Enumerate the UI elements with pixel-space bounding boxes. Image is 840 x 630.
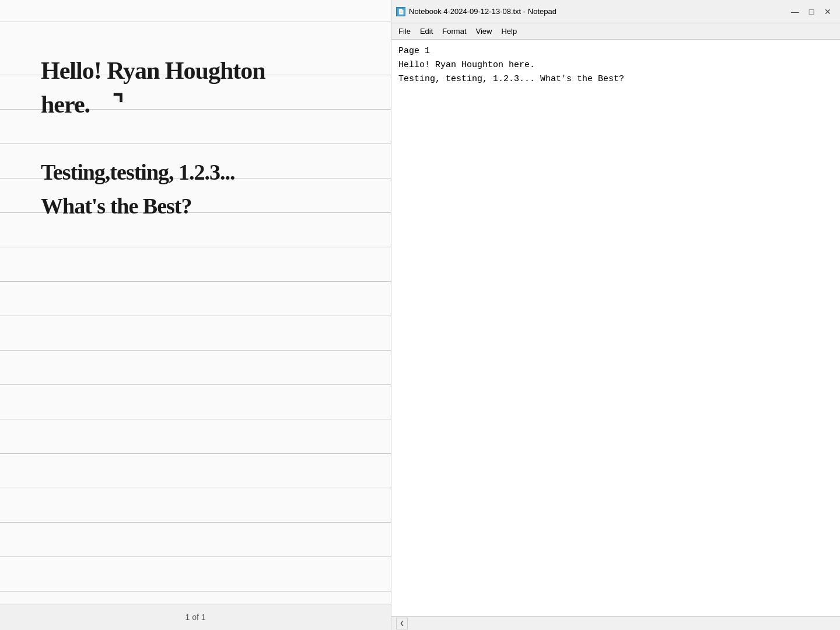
- notepad-titlebar: 📄 Notebook 4-2024-09-12-13-08.txt - Note…: [391, 0, 840, 23]
- menu-format[interactable]: Format: [438, 26, 471, 37]
- notebook-content-area: Hello! Ryan Houghtonhere. ⌝ Testing,test…: [0, 0, 391, 604]
- notepad-menubar: File Edit Format View Help: [391, 23, 840, 40]
- notepad-icon: 📄: [396, 7, 405, 16]
- menu-edit[interactable]: Edit: [415, 26, 438, 37]
- page-indicator: 1 of 1: [185, 612, 205, 622]
- scroll-left-button[interactable]: ❮: [396, 618, 408, 629]
- notepad-text-area[interactable]: Page 1 Hello! Ryan Houghton here. Testin…: [391, 40, 840, 616]
- handwriting-line-3: What's the Best?: [41, 189, 368, 223]
- minimize-button[interactable]: —: [788, 4, 803, 19]
- notepad-line-1: Hello! Ryan Houghton here.: [398, 60, 535, 70]
- notepad-page-label: Page 1: [398, 46, 430, 56]
- menu-file[interactable]: File: [394, 26, 415, 37]
- menu-view[interactable]: View: [471, 26, 497, 37]
- margin-line: [26, 0, 27, 604]
- notebook-panel: Hello! Ryan Houghtonhere. ⌝ Testing,test…: [0, 0, 391, 630]
- close-button[interactable]: ✕: [820, 4, 835, 19]
- notepad-title: Notebook 4-2024-09-12-13-08.txt - Notepa…: [409, 7, 784, 16]
- titlebar-controls: — □ ✕: [788, 4, 835, 19]
- notepad-line-2: Testing, testing, 1.2.3... What's the Be…: [398, 74, 624, 84]
- maximize-button[interactable]: □: [804, 4, 819, 19]
- notepad-window: 📄 Notebook 4-2024-09-12-13-08.txt - Note…: [391, 0, 840, 630]
- handwritten-area: Hello! Ryan Houghtonhere. ⌝ Testing,test…: [35, 12, 368, 223]
- notepad-text-content: Page 1 Hello! Ryan Houghton here. Testin…: [398, 44, 833, 86]
- handwriting-line-1: Hello! Ryan Houghtonhere. ⌝: [41, 54, 368, 121]
- notebook-footer: 1 of 1: [0, 604, 391, 630]
- notepad-statusbar: ❮: [391, 616, 840, 630]
- handwriting-line-2: Testing,testing, 1.2.3...: [41, 155, 368, 189]
- menu-help[interactable]: Help: [496, 26, 522, 37]
